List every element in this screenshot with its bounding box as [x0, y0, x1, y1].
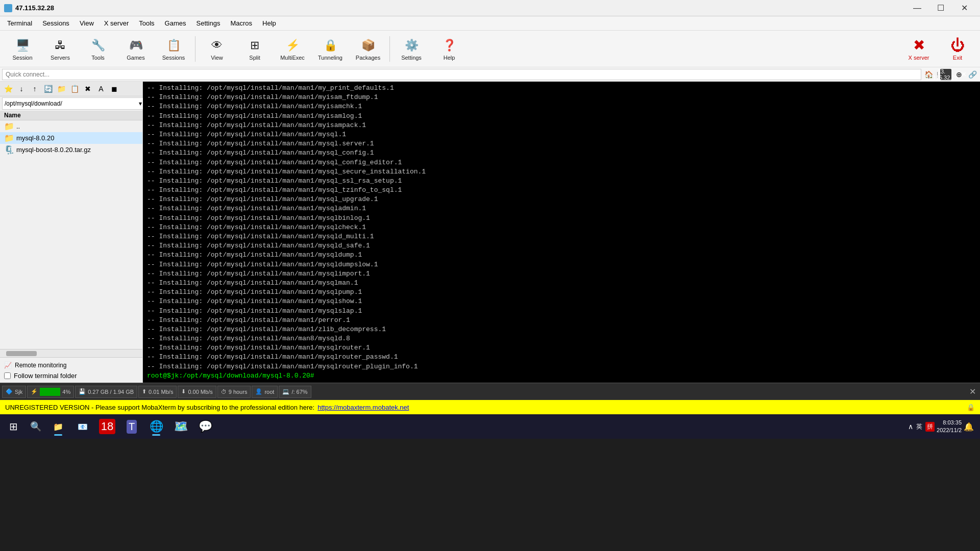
toolbar-sessions[interactable]: 📋 Sessions: [155, 33, 192, 65]
terminal-line: -- Installing: /opt/mysql/install/man/ma…: [147, 130, 976, 139]
toolbar-tunneling[interactable]: 🔒 Tunneling: [312, 33, 349, 65]
terminal-line: -- Installing: /opt/mysql/install/man/ma…: [147, 362, 976, 371]
games-icon: 🎮: [128, 37, 144, 54]
sessions-icon: 📋: [165, 37, 182, 54]
toolbar-multiexec[interactable]: ⚡ MultiExec: [274, 33, 311, 65]
wechat-icon: 💬: [199, 420, 212, 433]
taskbar-clock[interactable]: 18: [96, 415, 118, 438]
scroll-thumb[interactable]: [6, 351, 37, 356]
status-disk[interactable]: 💻 /: 67%: [279, 386, 311, 398]
follow-terminal-input[interactable]: [4, 372, 11, 379]
status-user[interactable]: 👤 root: [252, 386, 278, 398]
menu-sessions[interactable]: Sessions: [37, 16, 75, 30]
taskbar-wechat[interactable]: 💬: [194, 415, 216, 438]
sidebar-up-btn[interactable]: ↑: [29, 83, 41, 95]
mail-icon: 📧: [78, 422, 88, 432]
taskbar-maps[interactable]: 🗺️: [169, 415, 192, 438]
user-icon: 👤: [255, 388, 262, 395]
terminal-content[interactable]: -- Installing: /opt/mysql/install/man/ma…: [143, 82, 980, 383]
mobatek-link[interactable]: https://mobaxterm.mobatek.net: [317, 404, 409, 411]
taskbar-mail[interactable]: 📧: [71, 415, 94, 438]
toolbar-xserver[interactable]: ✖ X server: [900, 33, 937, 65]
toolbar-split[interactable]: ⊞ Split: [236, 33, 273, 65]
remote-monitoring-btn[interactable]: 📈 Remote monitoring: [4, 360, 138, 371]
sidebar-block-btn[interactable]: ◼: [108, 83, 120, 95]
menu-view[interactable]: View: [75, 16, 99, 30]
path-combo[interactable]: /opt/mysql/download/ ▾: [2, 97, 144, 110]
toolbar-help[interactable]: ❓ Help: [431, 33, 468, 65]
toolbar-exit[interactable]: ⏻ Exit: [939, 33, 976, 65]
notification-icon[interactable]: 🔔: [964, 422, 974, 432]
exit-icon: ⏻: [949, 37, 966, 54]
horizontal-scrollbar[interactable]: [0, 349, 142, 357]
follow-terminal-label: Follow terminal folder: [14, 372, 77, 380]
time-text: 8:03:35: [937, 419, 962, 427]
toolbar: 🖥️ Session 🖧 Servers 🔧 Tools 🎮 Games 📋 S…: [0, 31, 980, 67]
menu-settings[interactable]: Settings: [191, 16, 226, 30]
menu-macros[interactable]: Macros: [225, 16, 257, 30]
follow-terminal-checkbox[interactable]: Follow terminal folder: [4, 371, 138, 381]
restore-icon-btn[interactable]: 🔗: [967, 69, 978, 80]
menu-xserver[interactable]: X server: [99, 16, 134, 30]
sidebar-folder-btn[interactable]: 📁: [55, 83, 67, 95]
remote-monitoring-label: Remote monitoring: [15, 362, 66, 369]
menu-tools[interactable]: Tools: [134, 16, 159, 30]
terminal-line: -- Installing: /opt/mysql/install/man/ma…: [147, 260, 976, 269]
tray-chevron[interactable]: ∧: [908, 422, 913, 431]
menu-terminal[interactable]: Terminal: [2, 16, 37, 30]
status-upload[interactable]: ⬆ 0.01 Mb/s: [138, 386, 177, 398]
toolbar-games[interactable]: 🎮 Games: [117, 33, 154, 65]
sidebar-delete-btn[interactable]: ✖: [82, 83, 94, 95]
terminal-line: -- Installing: /opt/mysql/install/man/ma…: [147, 158, 976, 167]
mysql-folder-name: mysql-8.0.20: [16, 134, 54, 142]
sidebar-refresh-btn[interactable]: 🔄: [42, 83, 54, 95]
toolbar-tools[interactable]: 🔧 Tools: [80, 33, 116, 65]
maps-icon: 🗺️: [174, 420, 188, 433]
taskbar-search-btn[interactable]: 🔍: [27, 417, 45, 436]
folder-icon: 📁: [4, 133, 14, 143]
minimize-button[interactable]: —: [905, 0, 929, 16]
terminal-line: -- Installing: /opt/mysql/install/man/ma…: [147, 177, 976, 186]
file-item-mysql-folder[interactable]: 📁 mysql-8.0.20: [0, 132, 142, 144]
file-item-parent[interactable]: 📁 ..: [0, 120, 142, 132]
status-cpu[interactable]: ⚡ 4%: [27, 386, 74, 398]
taskbar-browser[interactable]: 🌐: [145, 415, 167, 438]
tab-icon-btn[interactable]: 13. 47.115.32.28 ✕: [940, 69, 951, 80]
terminal-line: -- Installing: /opt/mysql/install/man/ma…: [147, 251, 976, 260]
tab-label-text: 13. 47.115.32.28: [925, 68, 958, 81]
taskbar-file-explorer[interactable]: 📁: [47, 415, 69, 438]
toolbar-settings[interactable]: ⚙️ Settings: [393, 33, 430, 65]
status-time[interactable]: ⏱ 9 hours: [217, 386, 251, 398]
language-indicator: 英: [916, 422, 922, 431]
terminal-line: -- Installing: /opt/mysql/install/man/ma…: [147, 148, 976, 158]
status-close-btn[interactable]: ✕: [967, 387, 978, 396]
toolbar-view[interactable]: 👁 View: [199, 33, 235, 65]
status-download[interactable]: ⬇ 0.00 Mb/s: [178, 386, 216, 398]
maximize-button[interactable]: ☐: [929, 0, 952, 16]
status-memory[interactable]: 💾 0.27 GB / 1.94 GB: [75, 386, 137, 398]
status-bar: 🔷 Sjk ⚡ 4% 💾 0.27 GB / 1.94 GB ⬆ 0.01 Mb…: [0, 383, 980, 400]
start-button[interactable]: ⊞: [2, 415, 24, 438]
toolbar-packages[interactable]: 📦 Packages: [350, 33, 386, 65]
toolbar-servers[interactable]: 🖧 Servers: [42, 33, 79, 65]
toolbar-session[interactable]: 🖥️ Session: [4, 33, 41, 65]
status-sjk[interactable]: 🔷 Sjk: [2, 386, 26, 398]
parent-folder-name: ..: [16, 122, 20, 130]
file-item-tarball[interactable]: 🗜️ mysql-boost-8.0.20.tar.gz: [0, 144, 142, 156]
sidebar-clipboard-btn[interactable]: 📋: [68, 83, 81, 95]
xserver-icon: ✖: [911, 37, 927, 54]
sidebar-text-btn[interactable]: A: [95, 83, 107, 95]
taskbar-teams[interactable]: T: [120, 415, 143, 438]
menu-games[interactable]: Games: [160, 16, 191, 30]
menu-help[interactable]: Help: [257, 16, 281, 30]
sidebar-star-btn[interactable]: ⭐: [2, 83, 14, 95]
toolbar-right: ✖ X server ⏻ Exit: [900, 33, 976, 65]
close-button[interactable]: ✕: [952, 0, 976, 16]
terminal-line: -- Installing: /opt/mysql/install/man/ma…: [147, 186, 976, 195]
sidebar-down-btn[interactable]: ↓: [15, 83, 28, 95]
quick-connect-input[interactable]: [2, 69, 921, 80]
download-icon: ⬇: [181, 388, 186, 395]
new-tab-btn[interactable]: ⊕: [953, 69, 965, 80]
cpu-icon: ⚡: [31, 388, 38, 395]
disk-text: /: 67%: [291, 389, 307, 395]
